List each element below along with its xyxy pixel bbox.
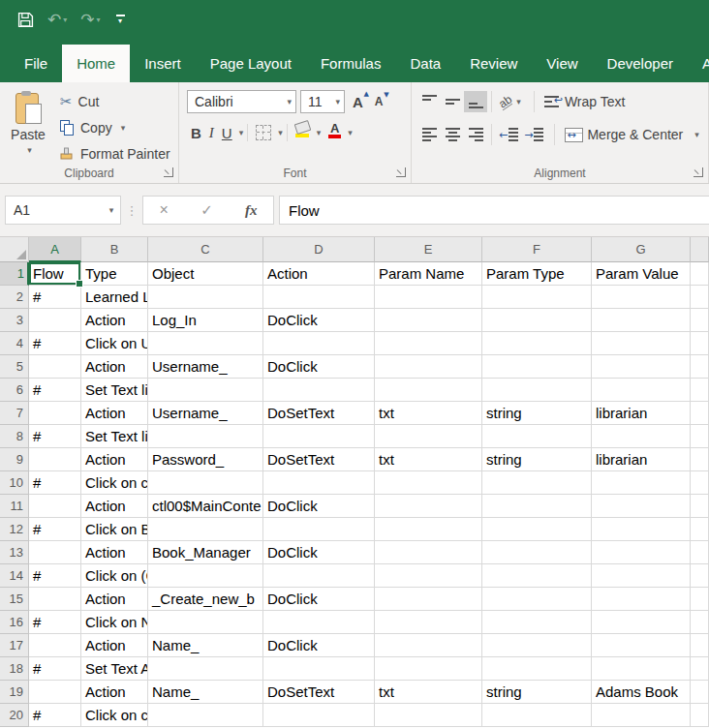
row-header-15[interactable]: 15 <box>0 588 29 611</box>
cell-H11[interactable] <box>691 495 709 518</box>
cell-G7[interactable]: librarian <box>592 402 691 425</box>
center-button[interactable] <box>441 124 464 145</box>
insert-function-button[interactable]: fx <box>245 202 258 219</box>
cell-A15[interactable] <box>29 588 81 611</box>
cell-E2[interactable] <box>375 286 482 309</box>
cell-C12[interactable] <box>148 518 263 541</box>
cell-F20[interactable] <box>482 704 592 727</box>
undo-button[interactable]: ↶ ▾ <box>47 12 67 28</box>
cell-E4[interactable] <box>375 332 482 355</box>
cell-G5[interactable] <box>592 355 691 379</box>
italic-button[interactable]: I <box>205 122 218 143</box>
column-header-a[interactable]: A <box>29 237 81 262</box>
cell-H3[interactable] <box>691 309 709 332</box>
undo-dropdown-icon[interactable]: ▾ <box>63 15 67 24</box>
cell-H15[interactable] <box>691 588 709 611</box>
column-header-e[interactable]: E <box>375 237 482 262</box>
cell-F6[interactable] <box>482 379 592 402</box>
orientation-button[interactable]: ab ▾ <box>496 95 524 108</box>
cell-F1[interactable]: Param Type <box>482 262 592 286</box>
cell-H19[interactable] <box>691 681 709 704</box>
cell-H18[interactable] <box>691 657 709 681</box>
cancel-button[interactable]: × <box>160 201 169 219</box>
cell-A5[interactable] <box>29 355 81 379</box>
cell-G19[interactable]: Adams Book <box>592 681 691 704</box>
merge-dropdown-icon[interactable]: ▾ <box>694 130 699 139</box>
cell-F18[interactable] <box>482 657 592 681</box>
cell-G17[interactable] <box>592 634 691 657</box>
cell-H2[interactable] <box>691 286 709 309</box>
cell-G15[interactable] <box>592 588 691 611</box>
cell-B13[interactable]: Action <box>81 541 148 564</box>
row-header-12[interactable]: 12 <box>0 518 29 541</box>
bottom-align-button[interactable] <box>464 91 487 112</box>
cell-C9[interactable]: Password_ <box>148 448 263 471</box>
font-name-dropdown-icon[interactable]: ▾ <box>287 97 292 106</box>
row-header-20[interactable]: 20 <box>0 704 29 727</box>
tab-page-layout[interactable]: Page Layout <box>196 45 306 82</box>
cell-H7[interactable] <box>691 402 709 425</box>
copy-dropdown-icon[interactable]: ▾ <box>121 123 126 133</box>
cell-E10[interactable] <box>375 471 482 495</box>
cell-A17[interactable] <box>29 634 81 657</box>
cell-A9[interactable] <box>29 448 81 471</box>
customize-quick-access-toolbar-button[interactable]: ▾ <box>116 15 125 24</box>
cell-B17[interactable]: Action <box>81 634 148 657</box>
cell-C10[interactable] <box>148 471 263 495</box>
cell-D19[interactable]: DoSetText <box>263 681 375 704</box>
cell-G16[interactable] <box>592 611 691 634</box>
cell-D14[interactable] <box>263 564 375 588</box>
cell-E5[interactable] <box>375 355 482 379</box>
borders-button[interactable] <box>252 122 275 143</box>
cell-E14[interactable] <box>375 564 482 588</box>
tab-insert[interactable]: Insert <box>130 45 196 82</box>
name-box[interactable]: A1 ▾ <box>5 196 121 225</box>
redo-dropdown-icon[interactable]: ▾ <box>97 15 101 24</box>
cell-C20[interactable] <box>148 704 263 727</box>
name-box-dropdown-icon[interactable]: ▾ <box>103 205 120 215</box>
cell-C11[interactable]: ctl00$MainConte <box>148 495 263 518</box>
row-header-14[interactable]: 14 <box>0 564 29 588</box>
cell-C19[interactable]: Name_ <box>148 681 263 704</box>
cell-F10[interactable] <box>482 471 592 495</box>
cell-F13[interactable] <box>482 541 592 564</box>
cell-B15[interactable]: Action <box>81 588 148 611</box>
cell-G11[interactable] <box>592 495 691 518</box>
cell-D16[interactable] <box>263 611 375 634</box>
column-header-g[interactable]: G <box>592 237 691 262</box>
cell-E6[interactable] <box>375 379 482 402</box>
row-header-16[interactable]: 16 <box>0 611 29 634</box>
cell-D8[interactable] <box>263 425 375 448</box>
fill-color-button[interactable] <box>292 122 314 143</box>
cell-C8[interactable] <box>148 425 263 448</box>
cell-B4[interactable]: Click on Us <box>81 332 148 355</box>
cell-E18[interactable] <box>375 657 482 681</box>
cell-A2[interactable]: # <box>29 286 81 309</box>
cell-A8[interactable]: # <box>29 425 81 448</box>
row-header-9[interactable]: 9 <box>0 448 29 471</box>
font-color-dropdown-icon[interactable]: ▾ <box>348 128 353 137</box>
cell-B18[interactable]: Set Text Ad <box>81 657 148 681</box>
redo-button[interactable]: ↷ ▾ <box>80 12 100 28</box>
cell-E9[interactable]: txt <box>375 448 482 471</box>
cell-F8[interactable] <box>482 425 592 448</box>
cell-E20[interactable] <box>375 704 482 727</box>
save-button[interactable] <box>17 12 34 28</box>
row-header-2[interactable]: 2 <box>0 286 29 309</box>
tab-review[interactable]: Review <box>455 45 532 82</box>
orientation-dropdown-icon[interactable]: ▾ <box>516 97 521 106</box>
cell-G18[interactable] <box>592 657 691 681</box>
cell-A6[interactable]: # <box>29 379 81 402</box>
wrap-text-button[interactable]: ↩ Wrap Text <box>539 94 626 109</box>
column-header-b[interactable]: B <box>81 237 148 262</box>
column-header-c[interactable]: C <box>148 237 263 262</box>
cell-H20[interactable] <box>691 704 709 727</box>
cell-D5[interactable]: DoClick <box>263 355 375 379</box>
increase-font-size-button[interactable]: A ▲ <box>349 94 367 110</box>
row-header-8[interactable]: 8 <box>0 425 29 448</box>
cell-B14[interactable]: Click on (Cr <box>81 564 148 588</box>
cell-B10[interactable]: Click on ctl <box>81 471 148 495</box>
tab-data[interactable]: Data <box>395 45 455 82</box>
cell-B2[interactable]: Learned Lo <box>81 286 148 309</box>
cell-G1[interactable]: Param Value <box>592 262 691 286</box>
